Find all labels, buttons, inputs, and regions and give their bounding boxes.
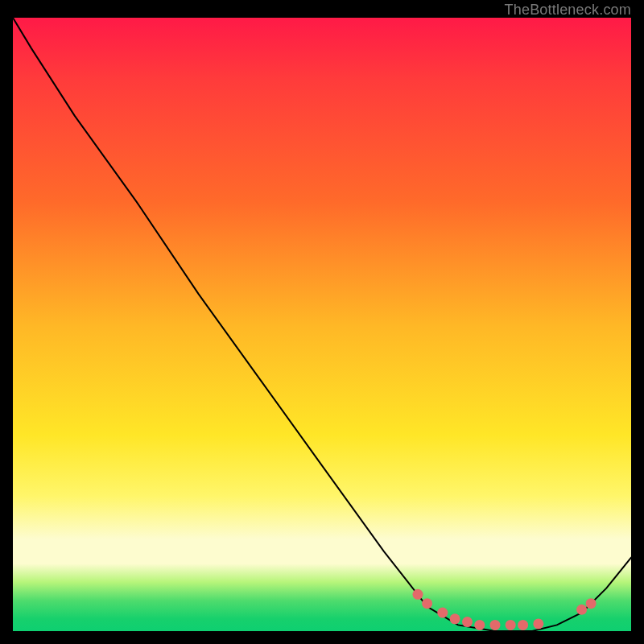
chart-plot-area xyxy=(13,18,631,631)
curve-marker xyxy=(533,618,543,629)
curve-marker xyxy=(437,608,448,618)
bottleneck-curve xyxy=(13,18,631,631)
curve-marker xyxy=(586,598,597,609)
chart-frame: TheBottleneck.com xyxy=(0,0,644,644)
curve-marker xyxy=(506,620,516,630)
curve-marker xyxy=(576,605,587,615)
curve-marker xyxy=(518,620,528,630)
curve-marker xyxy=(413,589,423,600)
curve-marker xyxy=(462,617,473,627)
curve-marker xyxy=(490,620,501,630)
chart-svg xyxy=(13,18,631,631)
curve-markers xyxy=(413,589,597,630)
attribution-text: TheBottleneck.com xyxy=(505,2,631,19)
curve-marker xyxy=(422,598,432,609)
curve-marker xyxy=(474,620,485,630)
curve-marker xyxy=(450,613,460,624)
